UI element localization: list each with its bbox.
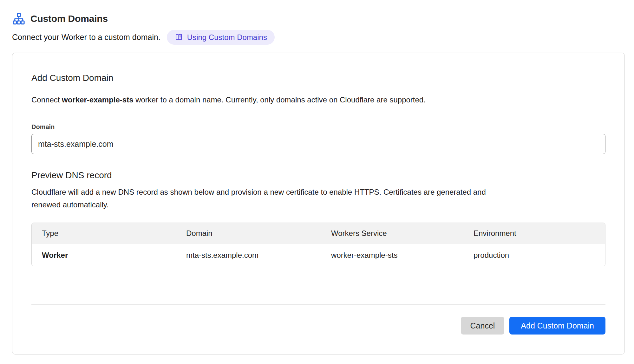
page-header: Custom Domains — [12, 12, 625, 25]
dialog-title: Add Custom Domain — [31, 73, 605, 83]
dns-preview-table: Type Domain Workers Service Environment … — [31, 223, 605, 266]
cell-domain: mta-sts.example.com — [186, 251, 331, 260]
table-header-row: Type Domain Workers Service Environment — [32, 223, 605, 244]
dialog-intro: Connect worker-example-sts worker to a d… — [31, 95, 605, 105]
add-custom-domain-button[interactable]: Add Custom Domain — [509, 317, 605, 335]
column-header-workers-service: Workers Service — [331, 229, 474, 238]
page-subtitle: Connect your Worker to a custom domain. — [12, 33, 160, 42]
intro-prefix: Connect — [31, 95, 62, 104]
column-header-environment: Environment — [474, 229, 605, 238]
domain-input[interactable] — [31, 134, 605, 154]
add-custom-domain-card: Add Custom Domain Connect worker-example… — [12, 53, 625, 354]
table-row: Worker mta-sts.example.com worker-exampl… — [32, 244, 605, 266]
domain-field-label: Domain — [31, 123, 605, 131]
preview-dns-description: Cloudflare will add a new DNS record as … — [31, 186, 494, 211]
cell-workers-service: worker-example-sts — [331, 251, 474, 260]
preview-dns-title: Preview DNS record — [31, 170, 605, 181]
column-header-domain: Domain — [186, 229, 331, 238]
book-open-icon — [174, 33, 183, 42]
column-header-type: Type — [32, 229, 186, 238]
cell-environment: production — [474, 251, 605, 260]
intro-suffix: worker to a domain name. Currently, only… — [134, 95, 426, 104]
footer-divider — [31, 304, 605, 305]
docs-link-label: Using Custom Domains — [187, 33, 267, 42]
worker-name: worker-example-sts — [62, 95, 133, 104]
cancel-button[interactable]: Cancel — [461, 317, 505, 335]
cell-type: Worker — [32, 251, 186, 260]
docs-link-badge[interactable]: Using Custom Domains — [167, 30, 275, 45]
sitemap-icon — [12, 12, 25, 25]
page-subheader: Connect your Worker to a custom domain. … — [12, 30, 625, 45]
dialog-actions: Cancel Add Custom Domain — [31, 317, 605, 335]
page-title: Custom Domains — [30, 13, 108, 24]
